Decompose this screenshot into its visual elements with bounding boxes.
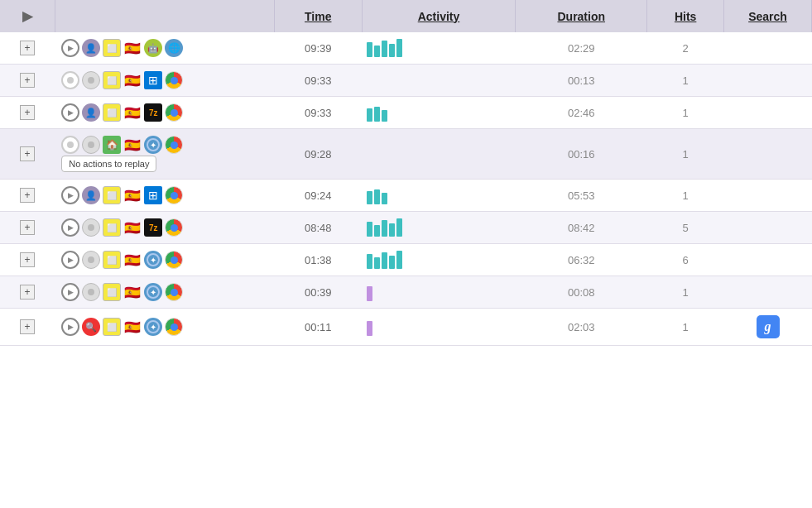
play-button[interactable]: ▶ bbox=[61, 103, 79, 122]
chrome-icon bbox=[165, 318, 183, 336]
activity-cell bbox=[362, 65, 516, 97]
time-cell: 09:28 bbox=[274, 129, 362, 180]
play-button[interactable] bbox=[61, 136, 79, 154]
chrome-icon bbox=[165, 186, 183, 204]
activity-cell bbox=[362, 244, 516, 276]
expand-button[interactable]: + bbox=[20, 73, 35, 88]
table-row: +🏠🇪🇸✦No actions to replay09:2800:161 bbox=[0, 129, 812, 180]
user-icon: 👤 bbox=[82, 186, 100, 204]
expand-cell: + bbox=[0, 212, 55, 244]
tab-icon: ⬜ bbox=[103, 186, 121, 204]
header-hits-col[interactable]: Hits bbox=[647, 0, 724, 32]
header-arrow-col[interactable]: ▶ bbox=[0, 0, 55, 32]
expand-button[interactable]: + bbox=[20, 105, 35, 120]
home-icon: 🏠 bbox=[103, 136, 121, 154]
session-dot-icon bbox=[82, 136, 100, 154]
user-icon: 👤 bbox=[82, 39, 100, 57]
icons-cell: ▶👤⬜🇪🇸🤖🌐 bbox=[55, 32, 274, 65]
activity-bars bbox=[367, 39, 511, 57]
tab-icon: ⬜ bbox=[103, 71, 121, 89]
activity-bars bbox=[367, 251, 511, 269]
play-button[interactable]: ▶ bbox=[61, 251, 79, 269]
header-search-col[interactable]: Search bbox=[724, 0, 812, 32]
icons-cell: ▶⬜🇪🇸✦ bbox=[55, 276, 274, 309]
play-button[interactable] bbox=[61, 71, 79, 89]
search-cell bbox=[724, 212, 812, 244]
finder-icon: ✦ bbox=[144, 136, 162, 154]
android-icon: 🤖 bbox=[144, 39, 162, 57]
flag-spain-icon: 🇪🇸 bbox=[123, 136, 142, 154]
expand-button[interactable]: + bbox=[20, 252, 35, 267]
table-row: +▶⬜🇪🇸7z08:4808:425 bbox=[0, 212, 812, 244]
play-button[interactable]: ▶ bbox=[61, 218, 79, 237]
windows-icon: ⊞ bbox=[144, 186, 162, 204]
expand-button[interactable]: + bbox=[20, 220, 35, 235]
time-cell: 00:11 bbox=[274, 309, 362, 346]
header-activity-col[interactable]: Activity bbox=[362, 0, 516, 32]
header-duration-col[interactable]: Duration bbox=[516, 0, 647, 32]
search-cell bbox=[724, 244, 812, 276]
expand-button[interactable]: + bbox=[20, 285, 35, 300]
tab-icon: ⬜ bbox=[103, 218, 121, 237]
expand-cell: + bbox=[0, 244, 55, 276]
flag-spain-icon: 🇪🇸 bbox=[123, 283, 142, 301]
duration-cell: 06:32 bbox=[516, 244, 647, 276]
time-cell: 09:39 bbox=[274, 32, 362, 65]
flag-spain-icon: 🇪🇸 bbox=[123, 218, 142, 237]
chrome-icon bbox=[165, 218, 183, 237]
play-button[interactable]: ▶ bbox=[61, 283, 79, 301]
chrome-icon bbox=[165, 71, 183, 89]
search-cell bbox=[724, 276, 812, 309]
expand-button[interactable]: + bbox=[20, 319, 35, 334]
flag-spain-icon: 🇪🇸 bbox=[123, 39, 142, 57]
duration-cell: 00:08 bbox=[516, 276, 647, 309]
duration-cell: 00:13 bbox=[516, 65, 647, 97]
search-cell bbox=[724, 129, 812, 180]
table-row: +▶⬜🇪🇸✦00:3900:081 bbox=[0, 276, 812, 309]
google-search-button[interactable]: g bbox=[757, 315, 780, 338]
hits-cell: 1 bbox=[647, 97, 724, 129]
table-row: +▶👤⬜🇪🇸⊞09:2405:531 bbox=[0, 180, 812, 212]
finder-icon: ✦ bbox=[144, 251, 162, 269]
tab-icon: ⬜ bbox=[103, 283, 121, 301]
user-icon: 👤 bbox=[82, 103, 100, 122]
chrome-icon bbox=[165, 283, 183, 301]
expand-button[interactable]: + bbox=[20, 188, 35, 203]
expand-cell: + bbox=[0, 129, 55, 180]
activity-cell bbox=[362, 97, 516, 129]
expand-button[interactable]: + bbox=[20, 146, 35, 161]
activity-bars bbox=[367, 103, 511, 122]
play-button[interactable]: ▶ bbox=[61, 186, 79, 204]
icons-cell: ▶🔍⬜🇪🇸✦ bbox=[55, 309, 274, 346]
7zip-icon: 7z bbox=[144, 218, 162, 237]
activity-cell bbox=[362, 309, 516, 346]
header-time-col[interactable]: Time bbox=[274, 0, 362, 32]
activity-cell bbox=[362, 32, 516, 65]
tab-icon: ⬜ bbox=[103, 251, 121, 269]
duration-cell: 02:03 bbox=[516, 309, 647, 346]
duration-cell: 02:29 bbox=[516, 32, 647, 65]
expand-cell: + bbox=[0, 309, 55, 346]
chrome-icon bbox=[165, 251, 183, 269]
search-cell bbox=[724, 180, 812, 212]
session-dot-icon bbox=[82, 71, 100, 89]
session-dot-icon bbox=[82, 283, 100, 301]
expand-cell: + bbox=[0, 32, 55, 65]
activity-bars bbox=[367, 318, 511, 336]
icons-cell: ▶👤⬜🇪🇸7z bbox=[55, 97, 274, 129]
header-icons-col bbox=[55, 0, 274, 32]
activity-bars bbox=[367, 218, 511, 237]
play-button[interactable]: ▶ bbox=[61, 318, 79, 336]
hits-cell: 5 bbox=[647, 212, 724, 244]
search-icon: 🔍 bbox=[82, 318, 100, 336]
flag-spain-icon: 🇪🇸 bbox=[123, 103, 142, 122]
header-arrow-icon[interactable]: ▶ bbox=[22, 9, 32, 23]
hits-cell: 1 bbox=[647, 129, 724, 180]
expand-button[interactable]: + bbox=[20, 41, 35, 55]
table-row: +▶⬜🇪🇸✦01:3806:326 bbox=[0, 244, 812, 276]
sessions-table: ▶ Time Activity Duration Hits Search bbox=[0, 0, 812, 346]
7zip-icon: 7z bbox=[144, 103, 162, 122]
play-button[interactable]: ▶ bbox=[61, 39, 79, 57]
activity-bars bbox=[367, 283, 511, 301]
time-cell: 09:24 bbox=[274, 180, 362, 212]
